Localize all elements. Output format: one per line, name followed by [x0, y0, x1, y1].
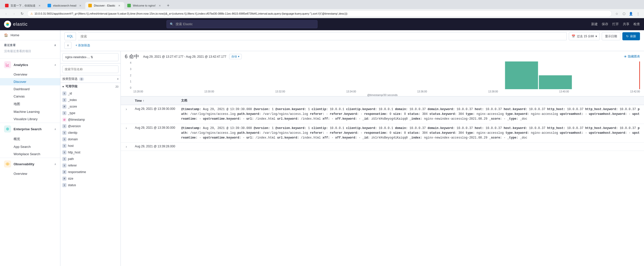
tab-favicon-1 — [5, 4, 9, 7]
browser-tab-3[interactable]: Discover - Elastic ✕ — [85, 2, 124, 9]
search-input[interactable] — [80, 35, 564, 38]
index-pattern-value: nginx-newindex-accesslog-* — [65, 55, 91, 59]
sidebar-item-discover[interactable]: Discover — [0, 78, 60, 85]
url-text: 10.0.0.31:5601/app/discover#/?_g=(filter… — [34, 12, 609, 15]
svg-point-1 — [6, 24, 9, 26]
field-item[interactable]: t _type — [60, 110, 120, 116]
auto-interval-button[interactable]: 自动 ▾ — [229, 54, 242, 59]
field-item[interactable]: t clientip — [60, 129, 120, 136]
index-pattern-button[interactable]: nginx-newindex-accesslog-* ⇅ — [62, 53, 118, 61]
field-item[interactable]: # responsetime — [60, 169, 120, 175]
profile-icon[interactable]: 👤 — [628, 11, 634, 17]
field-item[interactable]: t status — [60, 182, 120, 188]
analytics-section: Analytics ∧ Overview Discover Dashboard … — [0, 58, 60, 123]
refresh-button[interactable]: ↻ 刷新 — [622, 32, 640, 40]
observability-header[interactable]: Observability ∧ — [0, 158, 60, 170]
tab-close-1[interactable]: ✕ — [37, 4, 42, 8]
browser-tab-1[interactable]: 百度一下，你就知道 ✕ — [2, 2, 45, 9]
sidebar-item-workplace-search[interactable]: Workplace Search — [0, 150, 60, 158]
index-pattern-collapse-icon: ⇅ — [91, 55, 116, 59]
sidebar-item-visualize[interactable]: Visualize Library — [0, 115, 60, 123]
field-item[interactable]: # _score — [60, 103, 120, 110]
row-expand-button[interactable]: › — [124, 145, 129, 149]
field-search-input[interactable] — [62, 65, 118, 73]
field-type-badge: t — [62, 150, 66, 154]
field-type-badge: t — [62, 157, 66, 161]
tab-close-2[interactable]: ✕ — [78, 4, 82, 8]
tab-favicon-3 — [88, 4, 92, 7]
field-type-badge: t — [62, 98, 66, 102]
browser-chrome: 百度一下，你就知道 ✕ elasticsearch-head ✕ Discove… — [0, 0, 644, 18]
results-area[interactable]: Time ↑ 文档 ›Aug 29, 2021 @ 13:39:30.000@t… — [121, 96, 644, 266]
sidebar-item-enterprise-overview[interactable]: 概览 — [0, 135, 60, 143]
kql-button[interactable]: KQL — [64, 32, 76, 40]
show-dates-button[interactable]: 显示日期 — [602, 32, 620, 40]
save-button[interactable]: 保存 — [602, 22, 608, 26]
tab-title-1: 百度一下，你就知道 — [11, 4, 35, 8]
table-row: ›Aug 29, 2021 @ 13:39:30.000@timestamp: … — [121, 124, 644, 143]
time-col-header[interactable]: Time ↑ — [132, 96, 178, 105]
field-filter-chevron[interactable]: ▾ — [117, 78, 118, 80]
sidebar-item-dashboard[interactable]: Dashboard — [0, 85, 60, 93]
field-item[interactable]: t path — [60, 156, 120, 162]
browser-tab-4[interactable]: Welcome to nginx! ✕ — [124, 2, 165, 9]
filter-options-button[interactable]: ≡ — [64, 42, 71, 49]
sidebar-item-ml[interactable]: Machine Learning — [0, 108, 60, 115]
time-filter[interactable]: 📅 过去 15 分钟 ▾ — [569, 32, 600, 40]
enterprise-search-icon — [4, 125, 11, 132]
sidebar-item-observability-overview[interactable]: Overview — [0, 170, 60, 177]
sidebar-home[interactable]: 🏠 Home — [0, 30, 60, 40]
home-label: Home — [11, 33, 19, 37]
observability-title: Observability — [14, 162, 52, 166]
field-item[interactable]: t http_host — [60, 149, 120, 156]
global-search-bar[interactable]: 🔍 搜索 Elastic — [167, 20, 317, 28]
field-item[interactable]: t host — [60, 143, 120, 149]
field-item[interactable]: t referer — [60, 162, 120, 169]
sidebar-item-canvas[interactable]: Canvas — [0, 93, 60, 100]
field-item[interactable]: # size — [60, 175, 120, 182]
bookmark-icon[interactable]: ☆ — [614, 11, 620, 17]
add-filter-button[interactable]: + 添加筛选 — [73, 42, 92, 49]
new-tab-button[interactable]: + — [165, 2, 172, 9]
sidebar-item-maps[interactable]: 地图 — [0, 100, 60, 108]
field-item[interactable]: t _index — [60, 97, 120, 103]
field-item[interactable]: t @version — [60, 123, 120, 129]
available-fields-header[interactable]: ▾ 可用字段 20 — [60, 83, 120, 90]
field-list: nginx-newindex-accesslog-* ⇅ 按类型筛选 0 ▾ ▾ — [60, 51, 121, 266]
field-filter-row[interactable]: 按类型筛选 0 ▾ — [60, 75, 120, 83]
share-button[interactable]: 共享 — [623, 22, 629, 26]
url-bar[interactable]: ⚠ 10.0.0.31:5601/app/discover#/?_g=(filt… — [27, 10, 612, 17]
analytics-section-header[interactable]: Analytics ∧ — [0, 59, 60, 71]
y-label-4: 4 — [130, 61, 131, 64]
chart-bars-container — [132, 61, 640, 89]
field-item[interactable]: @ @timestamp — [60, 116, 120, 123]
refresh-browser-button[interactable]: ↻ — [19, 11, 25, 17]
browser-tab-2[interactable]: elasticsearch-head ✕ — [45, 2, 85, 9]
chart-x-axis: 13:28:0013:30:0013:32:0013:34:0013:36:00… — [125, 90, 640, 93]
forward-button[interactable]: › — [11, 11, 17, 17]
hide-chart-button[interactable]: 👁 隐藏图表 — [624, 54, 640, 59]
tab-close-4[interactable]: ✕ — [158, 4, 162, 8]
chart-time-range: Aug 29, 2021 @ 13:27:47.177 - Aug 29, 20… — [143, 55, 226, 58]
field-name: clientip — [68, 131, 118, 135]
new-button[interactable]: 新建 — [591, 22, 598, 26]
field-item[interactable]: t domain — [60, 136, 120, 143]
top-nav: elastic 🔍 搜索 Elastic 新建 保存 打开 共享 检查 — [0, 18, 644, 30]
tab-close-3[interactable]: ✕ — [117, 4, 121, 8]
inspect-button[interactable]: 检查 — [633, 22, 640, 26]
menu-icon[interactable]: ⋮ — [635, 11, 641, 17]
sidebar-item-app-search[interactable]: App Search — [0, 143, 60, 150]
enterprise-search-header[interactable]: Enterprise Search ∧ — [0, 123, 60, 135]
field-type-badge: t — [62, 183, 66, 187]
extensions-icon[interactable]: ⬡ — [621, 11, 627, 17]
doc-col-header: 文档 — [178, 96, 644, 105]
row-expand-button[interactable]: › — [124, 126, 129, 130]
field-item[interactable]: t _id — [60, 90, 120, 97]
chart-header: 6 命中 Aug 29, 2021 @ 13:27:47.177 - Aug 2… — [125, 53, 640, 60]
open-button[interactable]: 打开 — [612, 22, 619, 26]
recent-collapse-icon[interactable]: ∧ — [54, 44, 56, 47]
chart-right-indicator — [639, 61, 640, 89]
sidebar-item-overview[interactable]: Overview — [0, 71, 60, 78]
row-expand-button[interactable]: › — [124, 107, 129, 111]
back-button[interactable]: ‹ — [3, 11, 9, 17]
